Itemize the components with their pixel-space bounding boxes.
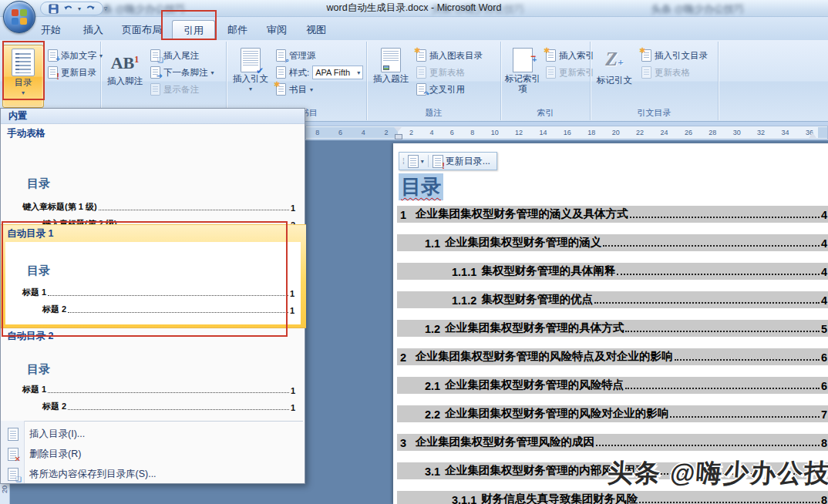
indent-marker[interactable] (394, 126, 402, 140)
insert-table-of-figures-button[interactable]: ✱ 插入图表目录 (416, 48, 483, 63)
add-text-icon: + (48, 49, 58, 62)
group-captions: 插入题注 ✱ 插入图表目录 更新表格 ↷ 交叉引用 题注 (367, 42, 501, 120)
toc-gallery-header: 内置 (1, 109, 305, 124)
next-footnote-button[interactable]: ➜ 下一条脚注▾ (150, 65, 214, 80)
group-table-of-authorities: Z+ 标记引文 ✱ 插入引文目录 更新表格 引文目录 (591, 42, 719, 120)
menu-insert-toc[interactable]: 插入目录(I)... (2, 424, 305, 444)
update-toc-button[interactable]: ! 更新目录 (48, 65, 96, 80)
insert-toa-button[interactable]: ✱ 插入引文目录 (641, 48, 708, 63)
manage-sources-button[interactable]: ⌕ 管理源 (276, 48, 316, 63)
menu-separator (2, 421, 303, 422)
update-toc-field-button[interactable]: ! 更新目录... (433, 155, 490, 168)
toc-entry[interactable]: 3.1.1财务信息失真导致集团财务风险8 (397, 491, 828, 504)
style-icon (276, 66, 286, 79)
horizontal-ruler[interactable]: 86 42 246 81012 141618 202224 262830 323… (305, 126, 828, 139)
blurred-watermark: 头条 @嗨少办公技巧 (651, 2, 744, 16)
document-page[interactable]: ⁞ ▾ ! 更新目录... 目录 1企业集团集权型财务管理的涵义及具体方式4 1… (393, 143, 828, 504)
menu-save-selection-to-gallery[interactable]: ❏ 将所选内容保存到目录库(S)... (2, 464, 305, 484)
cross-reference-icon: ↷ (416, 83, 426, 96)
tab-home[interactable]: 开始 (31, 20, 71, 40)
gallery-item-automatic-table-1[interactable]: 自动目录 1 目录 标题 11 标题 21 (1, 224, 306, 328)
insert-caption-icon (381, 48, 401, 72)
tab-insert[interactable]: 插入 (73, 20, 113, 40)
tab-references[interactable]: 引用 (172, 20, 215, 40)
toc-entry[interactable]: 2企业集团集权型财务管理的风险特点及对企业的影响6 (397, 348, 828, 365)
update-toc-icon: ! (48, 66, 58, 79)
insert-table-of-figures-icon: ✱ (416, 49, 426, 62)
gallery-item-manual-table[interactable]: 手动表格 目录 键入章标题(第 1 级)1 键入章标题(第 2 级)2 (1, 126, 306, 224)
tab-review[interactable]: 审阅 (258, 20, 295, 40)
insert-toc-icon (8, 428, 19, 441)
group-index: −+ 标记索引项 ✱ 插入索引 更新索引 索引 (501, 42, 591, 120)
mark-citation-button[interactable]: Z+ 标记引文 (594, 45, 635, 108)
toc-entry[interactable]: 2.2企业集团集权型财务管理的风险对企业的影响7 (397, 405, 828, 422)
insert-toa-icon: ✱ (641, 49, 651, 62)
insert-citation-button[interactable]: ✔ 插入引文 ▾ (230, 45, 271, 108)
toc-entry[interactable]: 1.2企业集团集权型财务管理的具体方式5 (397, 320, 828, 337)
show-notes-button[interactable]: 显示备注 (150, 82, 199, 97)
insert-citation-icon: ✔ (241, 48, 261, 72)
tab-view[interactable]: 视图 (298, 20, 335, 40)
group-label-toa: 引文目录 (591, 107, 718, 119)
insert-footnote-button[interactable]: AB1 插入脚注 (104, 45, 146, 108)
insert-caption-button[interactable]: 插入题注 (370, 45, 412, 108)
undo-icon[interactable] (62, 3, 75, 15)
style-value: APA Fifth (315, 68, 350, 77)
mark-entry-icon: −+ (513, 48, 533, 72)
insert-index-icon: ✱ (546, 49, 556, 62)
mark-citation-icon: Z+ (605, 48, 623, 74)
ribbon-tab-row: 开始 插入 页面布局 引用 邮件 审阅 视图 (0, 17, 828, 40)
update-index-button[interactable]: 更新索引 (546, 65, 594, 80)
update-table-toa-button[interactable]: 更新表格 (641, 65, 690, 80)
menu-remove-toc[interactable]: ✕ 删除目录(R) (2, 444, 305, 464)
toc-entry[interactable]: 1.1企业集团集权型财务管理的涵义4 (397, 234, 828, 251)
insert-index-button[interactable]: ✱ 插入索引 (546, 48, 594, 63)
group-label-index: 索引 (501, 107, 590, 119)
gallery-item-automatic-table-2[interactable]: 自动目录 2 目录 标题 11 标题 21 (1, 328, 306, 419)
toolbar-grip-icon[interactable]: ⁞ (402, 157, 404, 166)
customize-qat-caret-icon[interactable]: ▿ (100, 3, 111, 14)
toc-dropdown-caret-icon: ▾ (22, 89, 25, 96)
office-button[interactable] (3, 1, 35, 33)
insert-endnote-icon: ❏ (150, 49, 160, 62)
show-notes-icon (150, 83, 160, 96)
toc-entry[interactable]: 1.1.2集权型财务管理的优点4 (397, 291, 828, 308)
update-index-icon (546, 66, 556, 79)
toc-entry[interactable]: 1企业集团集权型财务管理的涵义及具体方式4 (397, 206, 828, 223)
remove-toc-icon: ✕ (8, 448, 19, 461)
title-bar: 头条 @嗨少办公技巧 头条 @嗨少办公技巧 头条 @嗨少办公技巧 word自动生… (0, 0, 828, 17)
blurred-watermark: 头条 @嗨少办公技巧 (432, 2, 524, 16)
toc-entry[interactable]: 1.1.1集权型财务管理的具体阐释4 (397, 263, 828, 280)
insert-endnote-button[interactable]: ❏ 插入尾注 (150, 48, 199, 63)
office-logo-icon (12, 9, 27, 25)
vertical-ruler-number: 20 (1, 486, 8, 493)
redo-icon[interactable] (84, 3, 96, 15)
update-table-captions-button[interactable]: 更新表格 (416, 65, 465, 80)
cross-reference-button[interactable]: ↷ 交叉引用 (416, 82, 465, 97)
tab-mailings[interactable]: 邮件 (219, 20, 256, 40)
save-icon[interactable] (47, 3, 59, 15)
toc-heading[interactable]: 目录 (399, 173, 443, 200)
bibliography-icon: ✱ (276, 83, 286, 96)
toc-entry[interactable]: 3企业集团集权型财务管理风险的成因8 (397, 434, 828, 451)
right-indent-marker[interactable] (809, 129, 816, 138)
group-label-captions: 题注 (367, 107, 500, 119)
mark-entry-button[interactable]: −+ 标记索引项 (503, 45, 542, 108)
ruler-margin-area: 86 42 (306, 127, 398, 138)
watermark-text: 头条 @嗨少办公技巧 (606, 456, 828, 491)
toc-dropdown-gallery: 内置 手动表格 目录 键入章标题(第 1 级)1 键入章标题(第 2 级)2 自… (0, 108, 305, 484)
insert-footnote-icon: AB1 (111, 48, 140, 75)
quick-access-toolbar: ▾ (40, 2, 103, 15)
update-table-icon (416, 66, 426, 79)
save-selection-icon: ❏ (8, 468, 19, 481)
undo-dropdown-caret[interactable]: ▾ (78, 5, 81, 12)
toc-field-menu-button[interactable]: ▾ (408, 155, 424, 168)
style-combo[interactable]: 样式: APA Fifth▾ (276, 65, 363, 80)
bibliography-button[interactable]: ✱ 书目▾ (276, 82, 313, 97)
toc-entry[interactable]: 2.1企业集团集权型财务管理的风险特点6 (397, 377, 828, 394)
ruler-numbers: 246 81012 141618 202224 262830 323436 (409, 127, 813, 138)
add-text-button[interactable]: + 添加文字▾ (48, 48, 103, 63)
tab-page-layout[interactable]: 页面布局 (116, 20, 168, 40)
toc-gallery-button[interactable]: 目录 ▾ (2, 45, 44, 108)
update-table-toa-icon (641, 66, 651, 79)
